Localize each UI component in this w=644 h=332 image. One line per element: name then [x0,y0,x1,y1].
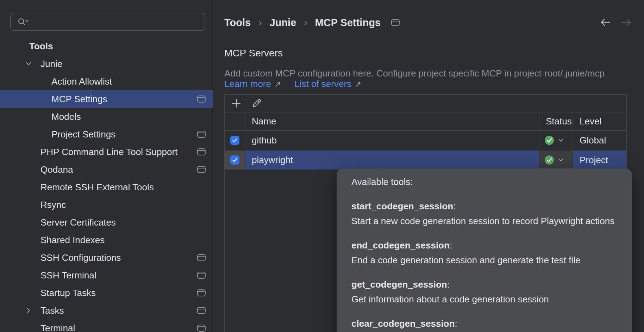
window-icon [197,166,206,173]
breadcrumb-junie[interactable]: Junie [270,17,296,29]
list-of-servers-link[interactable]: List of servers ↗ [294,79,361,90]
back-button[interactable] [599,16,612,29]
column-header-name: Name [245,112,539,130]
sidebar-item-project-settings[interactable]: Project Settings [0,125,213,143]
tooltip-tool-clear-codegen-session: clear_codegen_session: [351,316,618,331]
tooltip-intro: Available tools: [351,174,618,189]
tooltip-tools-list: start_codegen_session: Start a new code … [351,199,618,331]
table-toolbar [225,95,626,112]
server-status-cell [539,131,573,150]
sidebar-item-qodana[interactable]: Qodana [0,161,213,178]
breadcrumb: Tools › Junie › MCP Settings [224,13,400,32]
page-title: MCP Servers [224,48,283,59]
sidebar-item-php-command-line-tool-support[interactable]: PHP Command Line Tool Support [0,143,213,161]
table-row-github[interactable]: github Global [225,131,626,150]
chevron-down-icon [558,158,564,162]
window-icon [197,289,206,296]
settings-sidebar: Tools Junie Action Allowlist MCP Setting… [0,0,213,332]
status-ok-icon [544,135,554,145]
table-header: Name Status Level [225,112,626,131]
sidebar-item-tools[interactable]: Tools [0,37,213,55]
tooltip-tool-get-codegen-session: get_codegen_session: Get information abo… [351,277,618,307]
external-link-arrow-icon: ↗ [274,80,281,89]
sidebar-item-server-certificates[interactable]: Server Certificates [0,214,213,231]
checkmark-icon [232,138,238,143]
status-ok-icon [544,155,554,165]
add-server-button[interactable] [230,97,243,110]
status-dropdown[interactable] [544,155,564,165]
breadcrumb-separator: › [258,17,262,28]
plus-icon [231,98,242,109]
tooltip-tool-end-codegen-session: end_codegen_session: End a code generati… [351,238,618,268]
tooltip-tool-start-codegen-session: start_codegen_session: Start a new code … [351,199,618,228]
settings-tree: Tools Junie Action Allowlist MCP Setting… [0,0,213,332]
breadcrumb-tools[interactable]: Tools [224,17,251,29]
sidebar-item-junie[interactable]: Junie [0,55,213,73]
window-icon [197,254,206,261]
table-body: github Global playw [225,131,626,170]
sidebar-item-terminal[interactable]: Terminal [0,319,213,332]
sidebar-item-mcp-settings[interactable]: MCP Settings [0,90,213,108]
breadcrumb-separator: › [304,17,307,28]
forward-arrow-icon [620,17,633,27]
edit-server-button[interactable] [250,97,263,110]
server-name-cell: github [245,131,539,150]
server-name-cell: playwright [245,150,539,170]
window-icon [197,96,206,103]
chevron-right-icon [26,307,31,314]
external-link-arrow-icon: ↗ [355,80,361,89]
sidebar-item-remote-ssh-external-tools[interactable]: Remote SSH External Tools [0,178,213,196]
forward-button[interactable] [620,16,633,29]
chevron-down-icon [558,138,564,142]
sidebar-item-startup-tasks[interactable]: Startup Tasks [0,284,213,302]
breadcrumb-mcp-settings[interactable]: MCP Settings [315,17,381,29]
server-level-cell: Project [573,150,626,170]
pencil-icon [251,98,262,109]
server-enabled-checkbox[interactable] [230,136,239,145]
sidebar-item-tasks[interactable]: Tasks [0,302,213,319]
server-level-cell: Global [573,131,626,150]
window-icon [391,19,400,26]
column-header-checkbox [225,112,245,130]
learn-more-link[interactable]: Learn more ↗ [224,79,281,90]
settings-window: Tools Junie Action Allowlist MCP Setting… [0,0,644,332]
help-links: Learn more ↗ List of servers ↗ [224,79,361,90]
server-enabled-checkbox[interactable] [230,155,239,165]
available-tools-tooltip: Available tools: start_codegen_session: … [337,168,632,332]
back-arrow-icon [599,17,612,27]
sidebar-item-action-allowlist[interactable]: Action Allowlist [0,73,213,90]
checkmark-icon [232,158,238,162]
window-icon [197,307,206,314]
server-status-cell [539,150,573,170]
window-icon [197,148,206,155]
sidebar-item-shared-indexes[interactable]: Shared Indexes [0,231,213,249]
history-nav [599,16,633,29]
column-header-status: Status [539,112,573,130]
page-description: Add custom MCP configuration here. Confi… [224,68,605,79]
sidebar-item-ssh-configurations[interactable]: SSH Configurations [0,249,213,266]
sidebar-item-rsync[interactable]: Rsync [0,196,213,214]
status-dropdown[interactable] [544,135,564,145]
window-icon [197,325,206,332]
column-header-level: Level [573,112,626,130]
window-icon [197,272,206,279]
table-row-playwright[interactable]: playwright Project [225,150,626,170]
row-checkbox-cell [225,150,245,170]
sidebar-item-ssh-terminal[interactable]: SSH Terminal [0,266,213,284]
row-checkbox-cell [225,131,245,150]
chevron-down-icon [25,61,32,66]
window-icon [197,131,206,138]
sidebar-item-models[interactable]: Models [0,108,213,125]
